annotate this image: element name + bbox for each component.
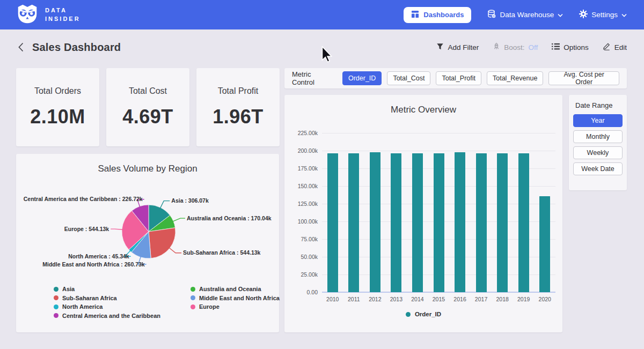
bar-2014[interactable] [412,153,423,292]
nav-dashboards-label: Dashboards [423,11,464,19]
add-filter-button[interactable]: Add Filter [436,43,479,52]
legend-dot [191,305,195,309]
dashboards-icon [411,10,419,20]
top-nav: DATA INSIDER Dashboards [0,0,644,29]
boost-toggle[interactable]: Boost: Off [493,42,538,52]
y-tick-label: 150.00k [288,183,318,189]
edit-button[interactable]: Edit [603,42,627,52]
kpi-value: 2.10M [30,106,85,128]
legend-dot [191,287,195,292]
legend-column: AsiaSub-Saharan AfricaNorth AmericaCentr… [54,286,160,319]
chip-avg-cost-per-order[interactable]: Avg. Cost per Order [548,71,619,85]
brand-line2: INSIDER [45,15,80,24]
bar-2017[interactable] [476,153,487,292]
pie-label: Central America and the Caribbean : 226.… [24,196,143,202]
legend-dot [54,295,58,300]
pie-label: Sub-Saharan Africa : 544.13k [183,249,260,256]
options-list-icon [552,43,560,51]
back-button[interactable] [15,41,27,53]
nav-settings[interactable]: Settings [579,10,627,20]
pie-label: Asia : 306.07k [171,197,209,204]
legend-item-5[interactable]: Europe [191,303,280,310]
kpi-label: Total Cost [129,86,167,96]
chip-order-id[interactable]: Order_ID [342,71,382,85]
pie-label-line [160,201,170,209]
add-filter-label: Add Filter [448,43,479,51]
date-range-label: Date Range [575,101,623,109]
legend-label: Order_ID [415,311,441,317]
legend-label: Sub-Saharan Africa [62,295,117,301]
legend-label: Middle East and North Africa [199,295,280,301]
legend-label: Central America and the Caribbean [62,313,160,319]
y-tick-label: 225.00k [288,130,318,136]
page-header: Sales Dashboard Add Filter Boost: Off [0,29,644,65]
legend-item-3[interactable]: Middle East and North Africa [191,295,280,301]
options-button[interactable]: Options [552,43,589,51]
y-tick-label: 25.00k [288,271,318,278]
bar-2011[interactable] [348,153,359,292]
date-range-monthly-button[interactable]: Monthly [573,130,623,143]
boost-value: Off [528,43,538,51]
rocket-icon [493,42,500,52]
gridline [322,151,555,151]
chip-total-revenue[interactable]: Total_Revenue [487,71,543,85]
nav-dashboards-button[interactable]: Dashboards [404,7,471,23]
brand-line1: DATA [45,6,80,15]
date-range-weekly-button[interactable]: Weekly [573,146,623,159]
kpi-value: 1.96T [213,106,264,128]
legend-dot [191,295,195,300]
legend-label: Europe [199,303,219,310]
date-range-panel: Date Range Year Monthly Weekly Week Date [569,95,627,190]
bar-2019[interactable] [518,153,529,292]
nav-data-warehouse-label: Data Warehouse [500,11,554,19]
nav-data-warehouse[interactable]: Data Warehouse [487,10,563,20]
legend-item-0[interactable]: Asia [54,286,160,292]
boost-label: Boost: [504,43,524,51]
pie-label: Middle East and North Africa : 260.73k [42,261,145,268]
legend-label: Australia and Oceania [199,286,261,292]
y-tick-label: 50.00k [288,254,318,260]
date-range-week-date-button[interactable]: Week Date [573,162,623,175]
legend-item-4[interactable]: North America [54,303,160,310]
chevron-down-icon [558,11,563,19]
legend-column: Australia and OceaniaMiddle East and Nor… [191,286,280,319]
x-tick-label: 2020 [532,296,559,302]
bar-2012[interactable] [370,152,380,292]
y-tick-label: 175.00k [288,165,318,172]
legend-item-6[interactable]: Central America and the Caribbean [54,313,160,319]
y-tick-label: 100.00k [288,218,318,225]
bar-chart-legend[interactable]: Order_ID [284,311,562,317]
bar-2013[interactable] [391,153,401,292]
gridline [322,133,555,133]
bar-chart-plot-area: 225.00k200.00k175.00k150.00k125.00k100.0… [322,133,555,292]
bar-2010[interactable] [327,153,338,292]
bar-2018[interactable] [497,153,508,292]
kpi-card-total-cost: Total Cost 4.69T [106,68,189,146]
kpi-label: Total Orders [34,86,81,96]
legend-label: North America [62,303,103,310]
nav-settings-label: Settings [591,11,618,19]
pie-slice-2[interactable] [149,228,175,258]
legend-item-2[interactable]: Sub-Saharan Africa [54,295,160,301]
chevron-down-icon [621,11,627,19]
y-tick-label: 0.00 [288,289,318,295]
sales-dashboard-page: DATA INSIDER Dashboards [0,0,644,349]
brand-logo[interactable]: DATA INSIDER [16,4,80,26]
kpi-card-total-profit: Total Profit 1.96T [196,68,280,146]
metric-overview-chart-card: Metric Overview 225.00k200.00k175.00k150… [284,95,562,332]
legend-item-1[interactable]: Australia and Oceania [191,286,280,292]
bar-chart-title: Metric Overview [284,105,562,115]
y-tick-label: 75.00k [288,236,318,242]
pie-chart: Asia : 306.07kAustralia and Oceania : 17… [16,174,279,284]
bar-2015[interactable] [434,153,444,292]
legend-dot [54,287,58,292]
options-label: Options [564,43,589,51]
pie-label: Australia and Oceania : 170.04k [187,215,272,221]
page-title: Sales Dashboard [32,41,121,54]
bar-2020[interactable] [539,196,550,292]
chip-total-cost[interactable]: Total_Cost [387,71,430,85]
chip-total-profit[interactable]: Total_Profit [436,71,481,85]
legend-label: Asia [62,286,75,292]
bar-2016[interactable] [455,152,465,292]
date-range-year-button[interactable]: Year [573,114,623,127]
